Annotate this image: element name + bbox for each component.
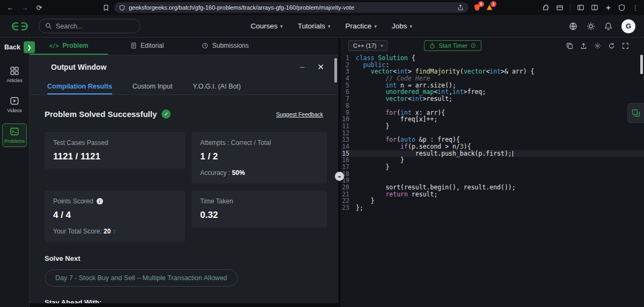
total-score-value: 20 <box>104 228 111 235</box>
chevron-down-icon: ▾ <box>380 43 383 48</box>
start-timer-button[interactable]: Start Timer <box>424 40 481 51</box>
tab-yogi-ai-bot[interactable]: Y.O.G.I. (AI Bot) <box>193 79 240 94</box>
suggest-feedback-link[interactable]: Suggest Feedback <box>276 111 323 118</box>
splitter-handle-icon[interactable]: ◂▸ <box>335 172 344 181</box>
privacy-shield-icon[interactable] <box>618 4 625 11</box>
tab-submissions[interactable]: Submissions <box>186 38 265 55</box>
main-nav: Courses▾ Tutorials▾ Practice▾ Jobs▾ <box>251 22 412 30</box>
line-number: 11 <box>341 123 356 130</box>
tab-editorial[interactable]: Editorial <box>108 38 186 55</box>
tab-problem[interactable]: </> Problem <box>30 38 108 55</box>
tab-compilation-results[interactable]: Compilation Results <box>47 79 112 94</box>
code-line[interactable]: 7 vector<int>result; <box>341 96 644 103</box>
search-bar[interactable] <box>39 19 141 33</box>
panel-horizontal-scrollbar[interactable] <box>30 303 338 307</box>
code-line[interactable]: 23}; <box>341 204 644 211</box>
rail-item-videos[interactable]: Videos <box>2 93 27 116</box>
notifications-bell-icon[interactable] <box>604 22 612 30</box>
copy-icon[interactable] <box>566 42 573 49</box>
code-area[interactable]: 1class Solution {2 public:3 vector<int> … <box>341 54 644 211</box>
videos-icon <box>10 96 19 106</box>
nav-jobs[interactable]: Jobs▾ <box>392 22 412 30</box>
line-number: 23 <box>341 204 356 211</box>
browser-forward-icon[interactable]: → <box>20 4 30 12</box>
brave-shield-icon[interactable]: 6 <box>473 4 481 11</box>
problems-icon <box>10 127 19 136</box>
url-bar[interactable]: geeksforgeeks.org/batch/gfg-160-problems… <box>114 2 469 13</box>
upload-code-icon[interactable] <box>580 42 587 49</box>
share-icon[interactable] <box>457 4 464 11</box>
fullscreen-icon[interactable] <box>622 42 629 49</box>
site-shield-icon[interactable] <box>119 5 125 11</box>
attempts-card: Attempts : Correct / Total 1 / 2 Accurac… <box>192 132 327 184</box>
panel-scrollbar[interactable] <box>334 58 337 83</box>
menu-icon[interactable]: ⋮ <box>632 4 639 12</box>
search-icon <box>45 23 52 30</box>
chevron-down-icon: ▾ <box>280 24 283 29</box>
output-body: Problem Solved Successfully ✓ Suggest Fe… <box>30 109 338 306</box>
line-number: 4 <box>341 75 356 82</box>
extensions-icon[interactable] <box>542 4 550 11</box>
code-lines: 1class Solution {2 public:3 vector<int> … <box>341 55 644 211</box>
rail-item-problems[interactable]: Problems <box>2 123 27 147</box>
gfg-logo[interactable] <box>9 20 31 32</box>
time-taken-card: Time Taken 0.32 <box>192 191 327 228</box>
line-number: 17 <box>341 164 356 171</box>
line-number: 10 <box>341 116 356 123</box>
brave-rewards-icon[interactable]: 1 <box>486 4 493 11</box>
bookmark-icon[interactable] <box>103 4 109 11</box>
code-line[interactable]: 22 } <box>341 198 644 204</box>
screen: ← → ⟳ geeksforgeeks.org/batch/gfg-160-pr… <box>0 0 644 307</box>
code-line[interactable]: 17 } <box>341 164 644 171</box>
search-input[interactable] <box>56 23 126 30</box>
toolbar-divider <box>570 4 570 11</box>
problem-panel: </> Problem Editorial Submissions Output… <box>30 38 338 307</box>
solve-next-button[interactable]: Day 7 - Stock Buy and Sell – Multiple Tr… <box>45 269 238 287</box>
rail-item-articles[interactable]: Articles <box>2 63 27 86</box>
collapse-rail-button[interactable]: ❯ <box>24 41 35 53</box>
nav-tutorials[interactable]: Tutorials▾ <box>298 22 331 30</box>
left-rail: Back ❯ Articles Videos Problems <box>0 38 30 307</box>
url-text: geeksforgeeks.org/batch/gfg-160-problems… <box>129 4 354 11</box>
editor-scrollbar[interactable] <box>640 55 643 74</box>
content: Back ❯ Articles Videos Problems <box>0 38 644 307</box>
split-view-icon[interactable] <box>591 4 598 11</box>
sidebar-panel-icon[interactable] <box>577 4 584 11</box>
status-text: Problem Solved Successfully <box>45 109 157 119</box>
browser-toolbar: ← → ⟳ geeksforgeeks.org/batch/gfg-160-pr… <box>0 0 644 15</box>
back-label[interactable]: Back <box>4 43 20 51</box>
settings-gear-icon[interactable] <box>594 42 601 49</box>
minimize-icon[interactable]: ─ <box>300 63 305 71</box>
close-icon[interactable]: ✕ <box>317 62 324 72</box>
arrow-right-icon <box>471 43 476 48</box>
translate-icon[interactable] <box>569 22 577 31</box>
browser-back-icon[interactable]: ← <box>5 4 15 12</box>
info-icon[interactable]: i <box>97 198 103 204</box>
code-line[interactable]: 18 <box>341 171 644 178</box>
nav-courses[interactable]: Courses▾ <box>251 22 283 30</box>
user-avatar[interactable]: G <box>621 19 635 33</box>
test-cases-card: Test Cases Passed 1121 / 1121 <box>45 132 185 169</box>
theme-toggle-icon[interactable] <box>587 22 595 31</box>
code-line[interactable]: 11 } <box>341 123 644 130</box>
success-check-icon: ✓ <box>162 109 171 119</box>
leo-ai-icon[interactable] <box>605 4 612 11</box>
nav-practice[interactable]: Practice▾ <box>346 22 377 30</box>
reset-code-icon[interactable] <box>608 42 615 49</box>
trend-up-icon: ↑ <box>113 228 116 235</box>
browser-reload-icon[interactable]: ⟳ <box>34 4 44 12</box>
language-select[interactable]: C++ (17) ▾ <box>348 40 387 51</box>
discussion-panel-button[interactable] <box>627 103 644 123</box>
rewards-badge: 1 <box>491 1 496 7</box>
text-cursor <box>513 151 514 157</box>
points-value: 4 / 4 <box>53 210 177 221</box>
output-tabs: Compilation Results Custom Input Y.O.G.I… <box>30 79 338 95</box>
solve-next-heading: Solve Next <box>45 254 323 262</box>
tab-custom-input[interactable]: Custom Input <box>133 79 172 94</box>
code-editor: C++ (17) ▾ Start Timer <box>341 38 644 307</box>
line-number: 8 <box>341 103 356 109</box>
editor-toolbar: C++ (17) ▾ Start Timer <box>341 38 644 54</box>
wallet-icon[interactable] <box>556 4 564 11</box>
code-line[interactable]: 21 return result; <box>341 191 644 198</box>
code-tag-icon: </> <box>49 43 58 49</box>
